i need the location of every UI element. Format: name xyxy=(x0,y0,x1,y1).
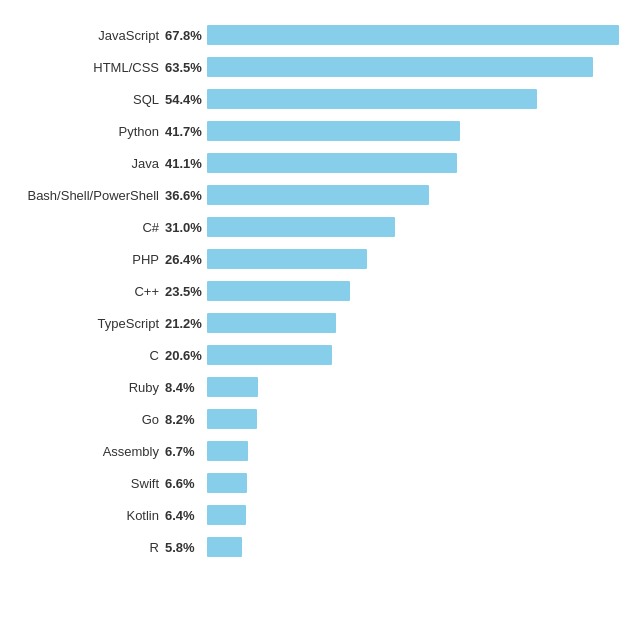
bar-value: 6.6% xyxy=(165,476,207,491)
bar-value: 20.6% xyxy=(165,348,207,363)
bar-background xyxy=(207,249,620,269)
bar-row: C#31.0% xyxy=(10,212,620,242)
bar-label: Python xyxy=(10,124,165,139)
bar-background xyxy=(207,121,620,141)
bar-background xyxy=(207,473,620,493)
bar-value: 41.7% xyxy=(165,124,207,139)
bar-label: R xyxy=(10,540,165,555)
bar-fill xyxy=(207,249,367,269)
bar-value: 8.2% xyxy=(165,412,207,427)
bar-fill xyxy=(207,537,242,557)
bar-background xyxy=(207,345,620,365)
bar-background xyxy=(207,281,620,301)
bar-fill xyxy=(207,57,593,77)
bar-background xyxy=(207,57,620,77)
bar-label: SQL xyxy=(10,92,165,107)
bar-value: 67.8% xyxy=(165,28,207,43)
bar-fill xyxy=(207,377,258,397)
bar-label: C xyxy=(10,348,165,363)
bar-fill xyxy=(207,89,537,109)
bar-fill xyxy=(207,505,246,525)
bar-background xyxy=(207,153,620,173)
bar-fill xyxy=(207,345,332,365)
bar-fill xyxy=(207,313,336,333)
bar-label: HTML/CSS xyxy=(10,60,165,75)
bar-row: Assembly6.7% xyxy=(10,436,620,466)
bar-label: C++ xyxy=(10,284,165,299)
bar-fill xyxy=(207,281,350,301)
bar-fill xyxy=(207,121,460,141)
bar-value: 23.5% xyxy=(165,284,207,299)
bar-row: Python41.7% xyxy=(10,116,620,146)
bar-row: R5.8% xyxy=(10,532,620,562)
bar-value: 41.1% xyxy=(165,156,207,171)
bar-row: Kotlin6.4% xyxy=(10,500,620,530)
bar-fill xyxy=(207,153,457,173)
bar-background xyxy=(207,217,620,237)
bar-row: Bash/Shell/PowerShell36.6% xyxy=(10,180,620,210)
bar-fill xyxy=(207,217,395,237)
bar-row: HTML/CSS63.5% xyxy=(10,52,620,82)
bar-background xyxy=(207,313,620,333)
bar-label: Go xyxy=(10,412,165,427)
bar-fill xyxy=(207,441,248,461)
bar-background xyxy=(207,377,620,397)
bar-row: Java41.1% xyxy=(10,148,620,178)
bar-background xyxy=(207,537,620,557)
bar-fill xyxy=(207,25,619,45)
bar-background xyxy=(207,185,620,205)
bar-label: Ruby xyxy=(10,380,165,395)
bar-value: 54.4% xyxy=(165,92,207,107)
bar-background xyxy=(207,505,620,525)
bar-label: Bash/Shell/PowerShell xyxy=(10,188,165,203)
bar-label: Java xyxy=(10,156,165,171)
bar-row: C20.6% xyxy=(10,340,620,370)
bar-row: Ruby8.4% xyxy=(10,372,620,402)
bar-fill xyxy=(207,473,247,493)
bar-label: Kotlin xyxy=(10,508,165,523)
bar-fill xyxy=(207,185,429,205)
bar-row: C++23.5% xyxy=(10,276,620,306)
bar-background xyxy=(207,89,620,109)
bar-label: C# xyxy=(10,220,165,235)
bar-label: TypeScript xyxy=(10,316,165,331)
bar-row: Swift6.6% xyxy=(10,468,620,498)
bar-label: PHP xyxy=(10,252,165,267)
bar-value: 6.7% xyxy=(165,444,207,459)
chart-container: JavaScript67.8%HTML/CSS63.5%SQL54.4%Pyth… xyxy=(0,0,640,635)
bar-value: 63.5% xyxy=(165,60,207,75)
bar-value: 8.4% xyxy=(165,380,207,395)
bar-label: JavaScript xyxy=(10,28,165,43)
bar-value: 36.6% xyxy=(165,188,207,203)
bar-label: Swift xyxy=(10,476,165,491)
bar-background xyxy=(207,409,620,429)
bar-fill xyxy=(207,409,257,429)
bar-row: Go8.2% xyxy=(10,404,620,434)
bar-value: 26.4% xyxy=(165,252,207,267)
bar-label: Assembly xyxy=(10,444,165,459)
bar-row: JavaScript67.8% xyxy=(10,20,620,50)
bar-value: 21.2% xyxy=(165,316,207,331)
bar-value: 6.4% xyxy=(165,508,207,523)
bar-value: 31.0% xyxy=(165,220,207,235)
bar-row: PHP26.4% xyxy=(10,244,620,274)
bar-row: TypeScript21.2% xyxy=(10,308,620,338)
bar-background xyxy=(207,25,620,45)
bar-value: 5.8% xyxy=(165,540,207,555)
bar-row: SQL54.4% xyxy=(10,84,620,114)
bar-background xyxy=(207,441,620,461)
